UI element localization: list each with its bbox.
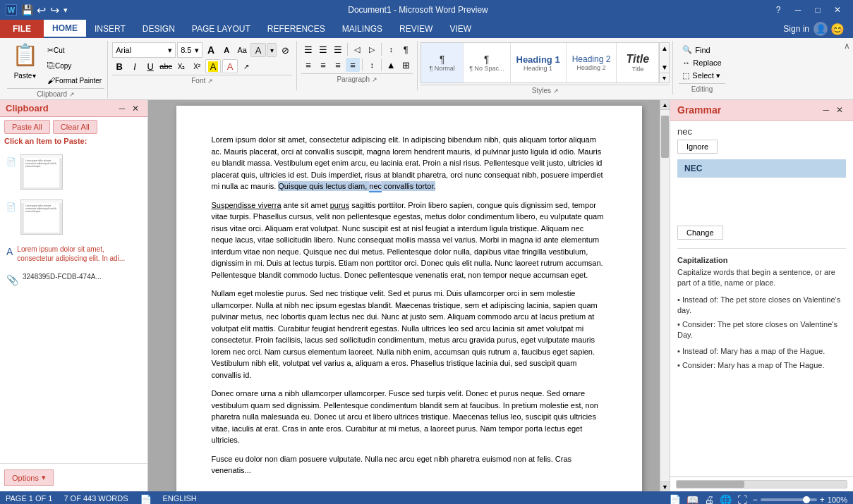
sort-button[interactable]: ↕ bbox=[384, 42, 398, 56]
styles-scroll-down[interactable]: ▼ bbox=[660, 58, 669, 73]
grammar-close-button[interactable]: ✕ bbox=[833, 105, 846, 115]
align-right-button[interactable]: ≡ bbox=[331, 58, 345, 72]
grammar-suggestion[interactable]: NEC bbox=[677, 159, 846, 178]
vertical-scrollbar[interactable]: ▲ ▼ bbox=[660, 100, 670, 491]
help-button[interactable]: ? bbox=[768, 0, 788, 20]
line-spacing-button[interactable]: ↕ bbox=[365, 58, 379, 72]
show-formatting-button[interactable]: ¶ bbox=[399, 42, 413, 56]
find-button[interactable]: 🔍 Find bbox=[679, 44, 725, 56]
align-left-button[interactable]: ≡ bbox=[301, 58, 315, 72]
italic-button[interactable]: I bbox=[128, 59, 142, 73]
clipboard-item-4[interactable]: 📎 3248395D-FCDB-474A... bbox=[3, 269, 145, 289]
font-color-dropdown[interactable]: ▾ bbox=[267, 43, 277, 57]
clipboard-item-2[interactable]: 📄 Lorem ipsum dolor sit amet consectetur… bbox=[3, 196, 145, 238]
paste-label: Paste▾ bbox=[14, 72, 37, 80]
strikethrough-button[interactable]: abc bbox=[159, 59, 173, 73]
view-web-button[interactable]: 🌐 bbox=[720, 494, 732, 504]
bullets-button[interactable]: ☰ bbox=[301, 42, 315, 56]
menu-references[interactable]: REFERENCES bbox=[259, 20, 334, 38]
menu-home[interactable]: HOME bbox=[44, 20, 86, 38]
style-no-spacing[interactable]: ¶ ¶ No Spac... bbox=[464, 43, 510, 82]
bold-button[interactable]: B bbox=[112, 59, 126, 73]
grow-font-button[interactable]: A bbox=[204, 43, 218, 57]
format-painter-icon: 🖌 bbox=[47, 76, 55, 85]
center-button[interactable]: ≡ bbox=[316, 58, 330, 72]
shading-button[interactable]: ▲ bbox=[384, 58, 398, 72]
select-button[interactable]: ⬚ Select ▾ bbox=[679, 70, 725, 82]
redo-icon[interactable]: ↪ bbox=[50, 4, 59, 17]
copy-button[interactable]: ⿻ Copy bbox=[44, 59, 104, 72]
highlight-color-button[interactable]: A bbox=[250, 43, 266, 57]
replace-button[interactable]: ↔ Replace bbox=[679, 57, 725, 68]
fullscreen-button[interactable]: ⛶ bbox=[737, 494, 747, 504]
clipboard-header-buttons: ─ ✕ bbox=[116, 104, 142, 113]
grammar-ignore-button[interactable]: Ignore bbox=[677, 140, 718, 154]
font-size-selector[interactable]: 8.5 ▾ bbox=[177, 42, 202, 58]
style-heading1[interactable]: Heading 1 Heading 1 bbox=[511, 43, 567, 82]
clear-formatting-button[interactable]: ⊘ bbox=[278, 43, 292, 57]
clipboard-minimize-button[interactable]: ─ bbox=[116, 104, 128, 113]
borders-button[interactable]: ⊞ bbox=[399, 58, 413, 72]
word-count[interactable]: 7 OF 443 WORDS bbox=[63, 494, 128, 504]
paste-all-button[interactable]: Paste All bbox=[4, 120, 50, 134]
menu-insert[interactable]: INSERT bbox=[86, 20, 134, 38]
view-normal-button[interactable]: 📄 bbox=[669, 494, 681, 504]
paste-button[interactable]: 📋 Paste▾ bbox=[7, 41, 43, 83]
case-button[interactable]: Aa bbox=[235, 43, 249, 57]
menu-review[interactable]: REVIEW bbox=[391, 20, 441, 38]
close-button[interactable]: ✕ bbox=[828, 0, 847, 20]
superscript-button[interactable]: X² bbox=[190, 59, 204, 73]
styles-more-button[interactable]: ▾ bbox=[660, 73, 669, 82]
undo-icon[interactable]: ↩ bbox=[37, 4, 46, 17]
cut-button[interactable]: ✂ Cut bbox=[44, 44, 104, 57]
menu-mailings[interactable]: MAILINGS bbox=[334, 20, 391, 38]
font-name-selector[interactable]: Arial ▾ bbox=[112, 42, 176, 58]
menu-file[interactable]: FILE bbox=[0, 20, 44, 38]
font-dialog-launcher[interactable]: ↗ bbox=[239, 59, 253, 73]
document-area[interactable]: ▲ ▼ Lorem ipsum dolor sit amet, consecte… bbox=[148, 100, 670, 491]
clipboard-item-1[interactable]: 📄 Lorem ipsum dolor sit amet consectetur… bbox=[3, 151, 145, 193]
style-heading2[interactable]: Heading 2 Heading 2 bbox=[567, 43, 617, 82]
decrease-indent-button[interactable]: ◁ bbox=[350, 42, 364, 56]
save-icon[interactable]: 💾 bbox=[21, 4, 32, 16]
numbering-button[interactable]: ☰ bbox=[316, 42, 330, 56]
underline-button[interactable]: U bbox=[143, 59, 157, 73]
scroll-up-button[interactable]: ▲ bbox=[660, 100, 670, 110]
menu-design[interactable]: DESIGN bbox=[134, 20, 183, 38]
clipboard-item-text-4: 3248395D-FCDB-474A... bbox=[23, 273, 102, 285]
sign-in-button[interactable]: Sign in 👤 😊 bbox=[775, 20, 853, 38]
styles-scroll-up[interactable]: ▲ bbox=[660, 43, 669, 58]
zoom-slider[interactable] bbox=[761, 498, 817, 501]
style-title[interactable]: Title Title bbox=[617, 43, 659, 82]
zoom-percent[interactable]: 100% bbox=[828, 496, 847, 504]
zoom-out-button[interactable]: − bbox=[753, 495, 758, 504]
clipboard-item-3[interactable]: A Lorem ipsum dolor sit amet, consectetu… bbox=[3, 241, 145, 266]
scroll-down-button[interactable]: ▼ bbox=[660, 481, 670, 491]
scroll-thumb[interactable] bbox=[661, 116, 669, 158]
page-info[interactable]: PAGE 1 OF 1 bbox=[6, 494, 52, 504]
grammar-horizontal-scrollbar[interactable] bbox=[676, 480, 847, 488]
language[interactable]: ENGLISH bbox=[163, 494, 197, 504]
menu-page-layout[interactable]: PAGE LAYOUT bbox=[183, 20, 259, 38]
format-painter-button[interactable]: 🖌 Format Painter bbox=[44, 74, 104, 87]
increase-indent-button[interactable]: ▷ bbox=[365, 42, 379, 56]
subscript-button[interactable]: X₂ bbox=[174, 59, 188, 73]
multilevel-button[interactable]: ☰ bbox=[331, 42, 345, 56]
grammar-minimize-button[interactable]: ─ bbox=[820, 105, 832, 115]
shrink-font-button[interactable]: A bbox=[219, 43, 234, 57]
text-highlight-color-button[interactable]: A bbox=[205, 59, 221, 73]
minimize-button[interactable]: ─ bbox=[788, 0, 808, 20]
menu-view[interactable]: VIEW bbox=[441, 20, 480, 38]
style-normal[interactable]: ¶ ¶ Normal bbox=[421, 43, 464, 82]
view-print-button[interactable]: 🖨 bbox=[704, 494, 714, 504]
view-reading-button[interactable]: 📖 bbox=[686, 494, 698, 504]
grammar-change-button[interactable]: Change bbox=[677, 226, 723, 240]
justify-button[interactable]: ≡ bbox=[346, 58, 360, 72]
font-color-button[interactable]: A bbox=[222, 59, 238, 73]
zoom-in-button[interactable]: + bbox=[820, 495, 825, 504]
clipboard-close-button[interactable]: ✕ bbox=[129, 104, 142, 113]
options-button[interactable]: Options ▾ bbox=[4, 469, 54, 486]
clear-all-button[interactable]: Clear All bbox=[53, 120, 97, 134]
collapse-ribbon-button[interactable]: ∧ bbox=[844, 41, 850, 51]
restore-button[interactable]: □ bbox=[808, 0, 828, 20]
